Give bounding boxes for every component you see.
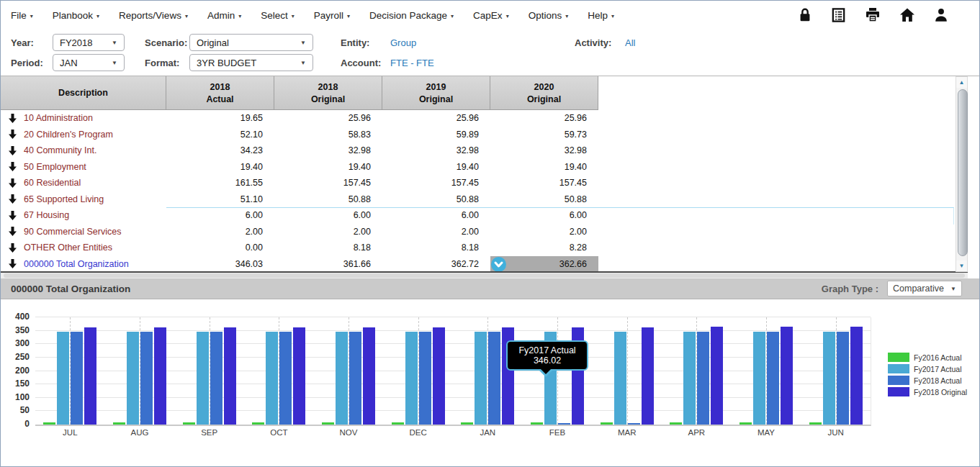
cell[interactable]: 6.00 [490, 207, 598, 224]
bar-fy2018-actual-may[interactable] [767, 332, 779, 425]
horizontal-scrollbar[interactable] [1, 273, 968, 278]
chevron-down-icon[interactable] [491, 257, 506, 272]
menu-payroll[interactable]: Payroll▾ [314, 10, 350, 21]
expand-arrow-icon[interactable] [1, 259, 24, 268]
user-icon[interactable] [933, 6, 949, 24]
activity-value-link[interactable]: All [625, 37, 635, 48]
cell[interactable]: 50.88 [274, 191, 382, 208]
row-label[interactable]: 67 Housing [24, 210, 166, 220]
cell[interactable]: 59.89 [382, 127, 490, 143]
cell[interactable]: 161.55 [166, 175, 274, 191]
cell[interactable]: 157.45 [274, 175, 382, 191]
bar-fy2018-original-oct[interactable] [293, 327, 305, 425]
cell[interactable]: 6.00 [382, 207, 490, 224]
row-label[interactable]: 90 Commercial Services [24, 227, 166, 237]
cell[interactable]: 19.40 [490, 159, 598, 176]
bar-fy2018-original-dec[interactable] [433, 327, 445, 425]
cell[interactable]: 2.00 [166, 224, 274, 240]
cell[interactable]: 50.88 [490, 191, 598, 208]
cell[interactable]: 157.45 [382, 175, 490, 191]
cell[interactable]: 25.96 [274, 110, 382, 127]
row-label[interactable]: 65 Supported Living [24, 194, 166, 204]
bar-fy2018-actual-jul[interactable] [71, 332, 83, 425]
column-header[interactable]: 2018Actual [166, 76, 274, 110]
bar-fy2018-original-jun[interactable] [850, 327, 863, 425]
cell[interactable]: 157.45 [490, 175, 598, 191]
table-row[interactable]: 60 Residential161.55157.45157.45157.45 [1, 175, 955, 191]
bar-fy2018-actual-mar[interactable] [628, 423, 640, 425]
cell[interactable]: 8.18 [382, 240, 490, 256]
cell[interactable]: 25.96 [490, 110, 598, 127]
menu-help[interactable]: Help▾ [588, 10, 614, 21]
table-row[interactable]: 10 Administration19.6525.9625.9625.96 [1, 110, 955, 127]
column-header[interactable]: 2018Original [274, 76, 382, 110]
bar-fy2016-actual-jun[interactable] [809, 422, 822, 425]
bar-fy2018-original-sep[interactable] [224, 327, 236, 425]
cell[interactable]: 2.00 [274, 224, 382, 240]
cell[interactable]: 362.72 [382, 256, 490, 273]
bar-fy2017-actual-jan[interactable] [475, 332, 487, 425]
cell[interactable]: 362.66 [490, 256, 598, 273]
horizontal-scrollbar-thumb[interactable] [4, 273, 965, 278]
row-label[interactable]: OTHER Other Entities [24, 242, 166, 253]
format-select[interactable]: 3YR BUDGET▼ [189, 54, 313, 71]
graph-type-select[interactable]: Comparative ▼ [887, 281, 962, 296]
period-select[interactable]: JAN▼ [53, 54, 125, 71]
bar-fy2018-actual-apr[interactable] [697, 332, 709, 425]
cell[interactable]: 19.40 [166, 159, 274, 176]
bar-fy2016-actual-sep[interactable] [183, 422, 195, 425]
cell[interactable]: 34.23 [166, 142, 274, 159]
table-row[interactable]: 90 Commercial Services2.002.002.002.00 [1, 224, 955, 240]
print-icon[interactable] [864, 6, 881, 24]
row-label[interactable]: 20 Children's Program [24, 130, 166, 140]
expand-arrow-icon[interactable] [1, 194, 24, 204]
bar-fy2016-actual-feb[interactable] [531, 422, 543, 425]
cell[interactable]: 32.98 [382, 142, 490, 159]
cell[interactable]: 361.66 [274, 256, 382, 273]
bar-fy2018-actual-oct[interactable] [279, 332, 292, 425]
bar-fy2017-actual-nov[interactable] [336, 332, 348, 425]
row-label[interactable]: 60 Residential [24, 178, 166, 188]
menu-select[interactable]: Select▾ [261, 10, 295, 21]
cell[interactable]: 19.40 [274, 159, 382, 176]
menu-options[interactable]: Options▾ [529, 10, 569, 21]
bar-fy2018-actual-aug[interactable] [140, 332, 153, 425]
expand-arrow-icon[interactable] [1, 146, 24, 155]
column-header[interactable]: 2020Original [490, 76, 598, 110]
menu-file[interactable]: File▾ [11, 10, 33, 21]
bar-fy2018-original-nov[interactable] [363, 327, 375, 425]
bar-fy2016-actual-mar[interactable] [601, 422, 613, 425]
menu-reports-views[interactable]: Reports/Views▾ [119, 10, 188, 21]
bar-fy2016-actual-jul[interactable] [43, 422, 55, 425]
menu-decision-package[interactable]: Decision Package▾ [369, 10, 454, 21]
bar-fy2018-actual-jan[interactable] [488, 332, 500, 425]
cell[interactable]: 59.73 [490, 127, 598, 143]
bar-fy2018-original-aug[interactable] [154, 327, 166, 425]
expand-arrow-icon[interactable] [1, 130, 24, 139]
cell[interactable]: 8.18 [274, 240, 382, 256]
expand-arrow-icon[interactable] [1, 162, 24, 171]
bar-fy2017-actual-apr[interactable] [683, 332, 696, 425]
account-value-link[interactable]: FTE - FTE [390, 58, 434, 68]
cell[interactable]: 32.98 [490, 142, 598, 159]
menu-capex[interactable]: CapEx▾ [473, 10, 509, 21]
expand-arrow-icon[interactable] [1, 178, 24, 188]
cell[interactable]: 32.98 [274, 142, 382, 159]
row-label[interactable]: 10 Administration [24, 113, 166, 123]
bar-fy2017-actual-jul[interactable] [57, 332, 69, 425]
table-row[interactable]: OTHER Other Entities0.008.188.188.28 [1, 240, 955, 256]
table-row[interactable]: 000000 Total Organization346.03361.66362… [1, 256, 955, 273]
table-row[interactable]: 67 Housing6.006.006.006.00 [1, 207, 955, 224]
expand-arrow-icon[interactable] [1, 114, 24, 123]
bar-fy2016-actual-apr[interactable] [670, 422, 682, 425]
expand-arrow-icon[interactable] [1, 211, 24, 220]
bar-fy2017-actual-jun[interactable] [823, 332, 835, 425]
bar-fy2016-actual-dec[interactable] [392, 422, 404, 425]
bar-fy2017-actual-sep[interactable] [197, 332, 209, 425]
column-header[interactable]: Description [1, 76, 166, 110]
bar-fy2016-actual-oct[interactable] [252, 422, 264, 425]
row-label[interactable]: 40 Community Int. [24, 145, 166, 155]
entity-value-link[interactable]: Group [390, 37, 416, 48]
lock-icon[interactable] [797, 6, 813, 24]
bar-fy2018-actual-sep[interactable] [210, 332, 222, 425]
